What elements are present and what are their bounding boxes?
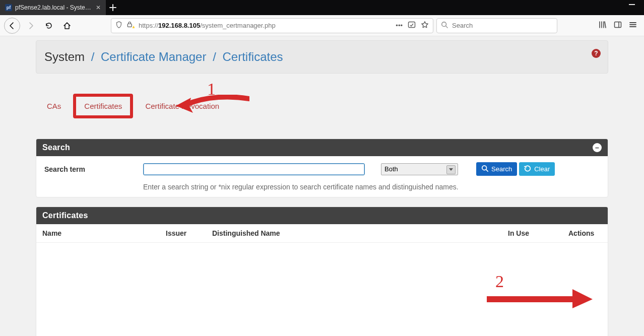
panel-search-title: Search <box>42 143 70 152</box>
search-button-label: Search <box>491 165 512 173</box>
shield-icon <box>115 21 122 30</box>
url-text: https://192.168.8.105/system_certmanager… <box>139 22 392 29</box>
home-button[interactable] <box>59 18 75 33</box>
breadcrumb-root: System <box>44 50 85 63</box>
tab-cas[interactable]: CAs <box>47 102 61 110</box>
search-scope-select[interactable]: Both <box>381 163 458 175</box>
nav-toolbar: https://192.168.8.105/system_certmanager… <box>0 15 644 36</box>
bookmark-star-icon[interactable] <box>421 21 429 30</box>
svg-rect-1 <box>409 22 415 28</box>
ellipsis-icon[interactable]: ••• <box>396 22 403 29</box>
favicon-icon: pf <box>5 4 12 11</box>
label-search-term: Search term <box>42 165 143 173</box>
tab-certificates[interactable]: Certificates <box>84 102 122 110</box>
breadcrumb-link-certificates[interactable]: Certificates <box>222 50 283 63</box>
sidebar-icon[interactable] <box>614 21 622 31</box>
search-icon <box>481 165 488 173</box>
panel-certificates: Certificates Name Issuer Distinguished N… <box>36 207 608 336</box>
col-inuse: In Use <box>502 224 562 243</box>
reader-icon[interactable] <box>408 21 416 30</box>
browser-search-placeholder: Search <box>452 22 473 29</box>
tab-strip: pf pfSense2.lab.local - System: Ce ✕ <box>0 0 644 15</box>
col-actions: Actions <box>562 224 608 243</box>
close-icon[interactable]: ✕ <box>96 4 101 11</box>
help-icon[interactable]: ? <box>592 49 601 58</box>
window-minimize-icon[interactable] <box>629 4 635 5</box>
tab-certificate-revocation[interactable]: Certificate Revocation <box>145 102 219 110</box>
clear-button-label: Clear <box>534 165 550 173</box>
back-button[interactable] <box>4 18 20 34</box>
breadcrumb-link-certificate-manager[interactable]: Certificate Manager <box>101 50 206 63</box>
browser-tab-active[interactable]: pf pfSense2.lab.local - System: Ce ✕ <box>0 0 106 15</box>
tab-title: pfSense2.lab.local - System: Ce <box>15 4 93 11</box>
subtabs: CAs Certificates Certificate Revocation <box>47 94 608 118</box>
undo-icon <box>524 165 531 173</box>
library-icon[interactable] <box>599 21 607 31</box>
breadcrumb: System / Certificate Manager / Certifica… <box>36 40 608 74</box>
page-title: System / Certificate Manager / Certifica… <box>44 50 283 64</box>
menu-icon[interactable] <box>629 21 637 31</box>
search-icon <box>441 21 448 30</box>
reload-button[interactable] <box>41 18 56 33</box>
col-issuer: Issuer <box>160 224 206 243</box>
forward-button <box>23 18 38 33</box>
search-hint: Enter a search string or *nix regular ex… <box>42 183 602 191</box>
browser-chrome: pf pfSense2.lab.local - System: Ce ✕ <box>0 0 644 36</box>
svg-rect-0 <box>127 24 132 27</box>
panel-certificates-title: Certificates <box>42 211 88 220</box>
certificates-table: Name Issuer Distinguished Name In Use Ac… <box>36 224 608 336</box>
clear-button[interactable]: Clear <box>519 162 555 176</box>
collapse-icon[interactable]: – <box>593 143 602 152</box>
search-term-input[interactable] <box>143 163 365 175</box>
search-button[interactable]: Search <box>476 162 517 176</box>
url-bar[interactable]: https://192.168.8.105/system_certmanager… <box>111 18 433 33</box>
col-dn: Distinguished Name <box>206 224 502 243</box>
lock-warn-icon <box>126 21 135 30</box>
new-tab-button[interactable] <box>106 1 120 15</box>
annotation-box-1: Certificates <box>73 94 133 118</box>
panel-search: Search – Search term Both <box>36 139 608 197</box>
col-name: Name <box>36 224 160 243</box>
browser-search-box[interactable]: Search <box>436 18 557 33</box>
svg-rect-3 <box>615 22 621 27</box>
